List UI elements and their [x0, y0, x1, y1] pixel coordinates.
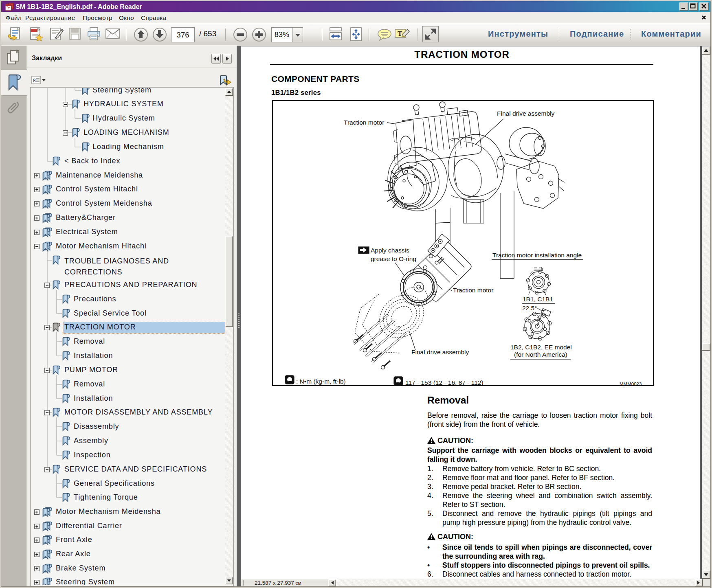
svg-text:Apply chassis: Apply chassis: [371, 247, 409, 254]
svg-text:22.5°: 22.5°: [522, 305, 537, 312]
svg-text:Traction motor: Traction motor: [344, 119, 384, 126]
svg-text:: N•m (kg-m, ft-lb): : N•m (kg-m, ft-lb): [296, 378, 346, 385]
svg-text:Traction motor installation an: Traction motor installation angle: [492, 252, 582, 259]
svg-text:Final drive assembly: Final drive assembly: [411, 349, 469, 355]
svg-text:Traction motor: Traction motor: [453, 287, 493, 294]
svg-text:(for North America): (for North America): [514, 351, 567, 358]
svg-text:T: T: [398, 30, 402, 37]
svg-text:117 - 153 (12 - 16, 87 - 112): 117 - 153 (12 - 16, 87 - 112): [405, 379, 483, 385]
svg-text:1B2, C1B2, EE model: 1B2, C1B2, EE model: [510, 344, 572, 351]
svg-text:Final drive assembly: Final drive assembly: [497, 110, 555, 117]
svg-text:8: 8: [33, 77, 36, 83]
svg-text:grease to O-ring: grease to O-ring: [371, 255, 416, 262]
svg-text:MMM0023: MMM0023: [620, 382, 642, 385]
svg-text:1B1, C1B1: 1B1, C1B1: [523, 296, 553, 303]
